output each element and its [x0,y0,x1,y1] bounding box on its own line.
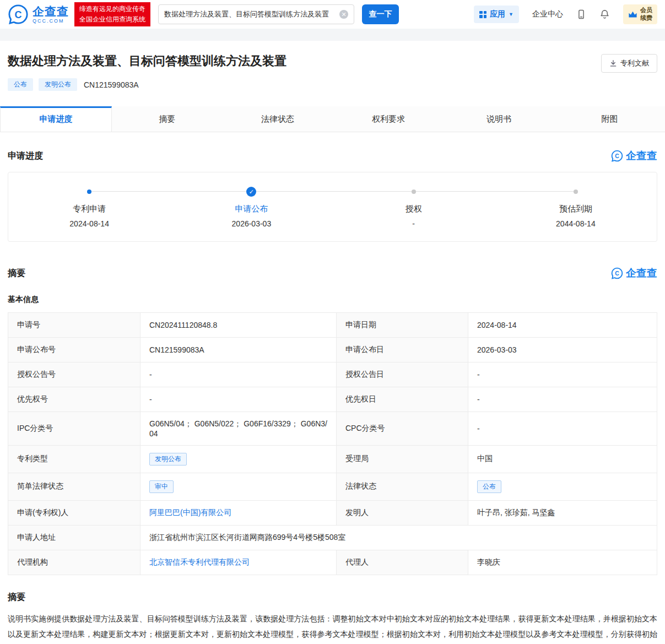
field-value: 李晓庆 [468,550,657,575]
field-label: 简单法律状态 [8,473,140,500]
field-label: 申请(专利权)人 [8,500,140,525]
step-label: 预估到期 [495,204,657,214]
clear-search-icon[interactable]: ✕ [339,10,348,19]
timeline-dot-done [87,190,91,194]
member-renew-button[interactable]: 会员 续费 [623,4,657,24]
brand-slogan: 缔造有远见的商业传奇 全国企业信用查询系统 [74,2,150,26]
field-value: CN121599083A [140,338,337,362]
qcc-watermark-text: 企查查 [626,149,657,163]
field-value: - [468,412,657,446]
field-label: 发明人 [337,500,468,525]
field-label: 申请日期 [337,313,468,338]
search-button[interactable]: 查一下 [362,4,399,24]
svg-text:C: C [14,9,21,20]
section-title-abstract: 摘要 [8,268,25,279]
qcc-watermark-icon: C [611,267,623,279]
applicant-link[interactable]: 阿里巴巴(中国)有限公司 [149,508,231,517]
field-label: 申请公布日 [337,338,468,362]
tab-claims[interactable]: 权利要求 [333,106,444,132]
apps-label: 应用 [490,9,505,19]
qcc-logo-icon: C [8,4,29,25]
step-date: 2044-08-14 [495,219,657,228]
step-label: 专利申请 [8,204,170,214]
table-row: 代理机构 北京智信禾专利代理有限公司 代理人 李晓庆 [8,550,657,575]
abstract-text: 说明书实施例提供数据处理方法及装置、目标问答模型训练方法及装置，该数据处理方法包… [8,611,657,644]
field-value: 2024-08-14 [468,313,657,338]
qcc-watermark: C 企查查 [611,149,657,163]
search-input[interactable] [164,10,339,19]
vip-crown-icon [628,10,637,19]
slogan-line-2: 全国企业信用查询系统 [79,14,145,25]
apps-menu-button[interactable]: 应用 ▼ [474,6,519,23]
field-label: 专利类型 [8,446,140,473]
field-label: 授权公告号 [8,362,140,387]
mobile-app-button[interactable] [576,9,586,20]
field-value: 发明公布 [140,446,337,473]
top-nav: 应用 ▼ 企业中心 会员 续费 [474,4,657,24]
timeline-dot-pending [574,190,578,194]
tab-application-progress[interactable]: 申请进度 [0,106,112,132]
tab-legal-status[interactable]: 法律状态 [223,106,333,132]
field-value: - [468,362,657,387]
table-row: 申请(专利权)人 阿里巴巴(中国)有限公司 发明人 叶子昂, 张珍茹, 马坚鑫 [8,500,657,525]
download-icon [609,59,617,67]
patent-document-label: 专利文献 [620,58,649,68]
phone-icon [576,9,586,20]
tab-figures[interactable]: 附图 [554,106,665,132]
field-value: - [140,362,337,387]
tab-bar: 申请进度 摘要 法律状态 权利要求 说明书 附图 [0,106,665,132]
patent-number: CN121599083A [84,80,139,89]
field-label: 受理局 [337,446,468,473]
top-bar: C 企查查 QCC.COM 缔造有远见的商业传奇 全国企业信用查询系统 ✕ 查一… [0,0,665,29]
step-label: 授权 [333,204,495,214]
field-label: 申请号 [8,313,140,338]
timeline-step-granted: 授权 - [333,187,495,228]
table-row: 申请公布号 CN121599083A 申请公布日 2026-03-03 [8,338,657,362]
qcc-logo[interactable]: C 企查查 QCC.COM [8,4,69,25]
field-value: 浙江省杭州市滨江区长河街道网商路699号4号楼5楼508室 [140,525,657,550]
tab-specification[interactable]: 说明书 [444,106,554,132]
application-progress-section: 申请进度 C 企查查 专利申请 2024-08-14 ✓ 申请公布 2026-0… [0,132,665,242]
page-title: 数据处理方法及装置、目标问答模型训练方法及装置 [8,53,657,69]
field-value: 北京智信禾专利代理有限公司 [140,550,337,575]
field-value: 叶子昂, 张珍茹, 马坚鑫 [468,500,657,525]
logo-name: 企查查 [33,6,69,17]
timeline-step-published: ✓ 申请公布 2026-03-03 [170,187,332,228]
member-label-line2: 续费 [640,14,652,22]
field-value: - [468,387,657,412]
basic-info-table: 申请号 CN202411120848.8 申请日期 2024-08-14 申请公… [8,312,657,575]
table-row: 授权公告号 - 授权公告日 - [8,362,657,387]
timeline-step-filed: 专利申请 2024-08-14 [8,187,170,228]
enterprise-center-link[interactable]: 企业中心 [532,9,563,19]
table-row: IPC分类号 G06N5/04； G06N5/022； G06F16/3329；… [8,412,657,446]
field-value: 阿里巴巴(中国)有限公司 [140,500,337,525]
patent-type-badge: 发明公布 [149,453,187,466]
table-row: 申请号 CN202411120848.8 申请日期 2024-08-14 [8,313,657,338]
basic-info-title: 基本信息 [8,295,657,305]
qcc-watermark-icon: C [611,150,623,162]
notifications-button[interactable] [599,9,610,20]
agency-link[interactable]: 北京智信禾专利代理有限公司 [149,558,250,566]
svg-text:C: C [615,270,619,277]
patent-header: 数据处理方法及装置、目标问答模型训练方法及装置 公布 发明公布 CN121599… [0,41,665,106]
abstract-text-title: 摘要 [8,592,657,603]
legal-status-badge: 公布 [477,480,501,493]
apps-grid-icon [479,11,486,18]
patent-document-button[interactable]: 专利文献 [601,54,657,73]
table-row: 简单法律状态 审中 法律状态 公布 [8,473,657,500]
search-box: ✕ [158,4,354,24]
chevron-down-icon: ▼ [509,12,513,17]
field-label: 代理机构 [8,550,140,575]
field-value: - [140,387,337,412]
field-label: 申请人地址 [8,525,140,550]
logo-subtitle: QCC.COM [33,19,69,24]
check-icon: ✓ [246,187,256,197]
page-divider-band [0,29,665,41]
table-row: 申请人地址 浙江省杭州市滨江区长河街道网商路699号4号楼5楼508室 [8,525,657,550]
progress-timeline: 专利申请 2024-08-14 ✓ 申请公布 2026-03-03 授权 - 预… [8,172,657,242]
member-label-line1: 会员 [640,7,652,14]
field-value: 审中 [140,473,337,500]
tab-abstract[interactable]: 摘要 [112,106,223,132]
field-value: 公布 [468,473,657,500]
qcc-watermark-text: 企查查 [626,266,657,280]
